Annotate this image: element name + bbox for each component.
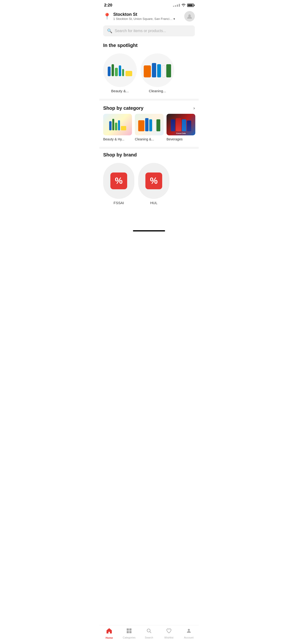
location-text: Stockton St 1 Stockton St, Union Square,… bbox=[113, 12, 175, 20]
search-icon: 🔍 bbox=[107, 28, 112, 34]
category-label-cleaning: Cleaning &... bbox=[135, 137, 154, 141]
percent-icon-hul: % bbox=[150, 176, 158, 186]
location-name: Stockton St bbox=[113, 12, 175, 17]
category-item-beauty[interactable]: Beauty & Hy... bbox=[103, 114, 132, 141]
location-pin-icon: 📍 bbox=[103, 13, 111, 20]
category-label-beauty: Beauty & Hy... bbox=[103, 137, 124, 141]
brand-title: Shop by brand bbox=[103, 152, 195, 158]
search-container: 🔍 Search for items or products... bbox=[99, 24, 199, 40]
status-time: 2:20 bbox=[104, 3, 112, 8]
divider-2 bbox=[99, 147, 199, 149]
search-bar[interactable]: 🔍 Search for items or products... bbox=[103, 26, 195, 36]
status-bar: 2:20 bbox=[99, 0, 199, 9]
category-row: Beauty & Hy... Cleaning &... bbox=[99, 114, 199, 146]
spotlight-label-beauty: Beauty &... bbox=[111, 89, 129, 93]
header-left[interactable]: 📍 Stockton St 1 Stockton St, Union Squar… bbox=[103, 12, 175, 20]
home-indicator bbox=[133, 230, 165, 232]
brand-circle-fssai: % bbox=[103, 163, 134, 199]
spotlight-label-cleaning: Cleaning... bbox=[149, 89, 166, 93]
brand-item-fssai[interactable]: % FSSAI bbox=[103, 163, 134, 205]
brand-item-hul[interactable]: % HUL bbox=[138, 163, 169, 205]
signal-icon bbox=[173, 4, 180, 7]
chevron-right-icon[interactable]: › bbox=[193, 106, 195, 111]
percent-icon-fssai: % bbox=[115, 176, 123, 186]
wifi-icon bbox=[181, 3, 186, 8]
spotlight-item-cleaning[interactable]: Cleaning... bbox=[140, 54, 174, 93]
spotlight-circle-beauty bbox=[103, 54, 137, 87]
spotlight-item-beauty[interactable]: Beauty &... bbox=[103, 54, 137, 93]
category-img-beauty bbox=[103, 114, 132, 135]
brand-icon-fssai: % bbox=[110, 172, 127, 189]
category-title: Shop by category bbox=[103, 106, 143, 111]
brand-circle-hul: % bbox=[138, 163, 169, 199]
category-item-beverages[interactable]: Coca-Cola Beverages bbox=[167, 114, 195, 141]
category-img-cleaning bbox=[135, 114, 164, 135]
spotlight-title: In the spotlight bbox=[103, 43, 195, 48]
category-item-cleaning[interactable]: Cleaning &... bbox=[135, 114, 164, 141]
battery-icon bbox=[187, 4, 194, 7]
spotlight-section: In the spotlight bbox=[99, 40, 199, 54]
divider-1 bbox=[99, 99, 199, 100]
category-img-beverages: Coca-Cola bbox=[167, 114, 195, 135]
brand-label-hul: HUL bbox=[150, 201, 158, 205]
search-placeholder: Search for items or products... bbox=[115, 29, 166, 33]
brand-row: % FSSAI % HUL bbox=[99, 163, 199, 210]
spotlight-row: Beauty &... Cleaning... bbox=[99, 54, 199, 98]
category-header: Shop by category › bbox=[99, 102, 199, 114]
header: 📍 Stockton St 1 Stockton St, Union Squar… bbox=[99, 9, 199, 24]
brand-section: Shop by brand bbox=[99, 150, 199, 163]
spotlight-circle-cleaning bbox=[140, 54, 174, 87]
brand-label-fssai: FSSAI bbox=[113, 201, 124, 205]
avatar[interactable] bbox=[184, 11, 195, 22]
location-addr: 1 Stockton St, Union Square, San Franci…… bbox=[113, 17, 175, 20]
brand-icon-hul: % bbox=[145, 172, 162, 189]
category-label-beverages: Beverages bbox=[167, 137, 183, 141]
chevron-down-icon: ▾ bbox=[174, 17, 175, 20]
status-icons bbox=[173, 3, 194, 8]
